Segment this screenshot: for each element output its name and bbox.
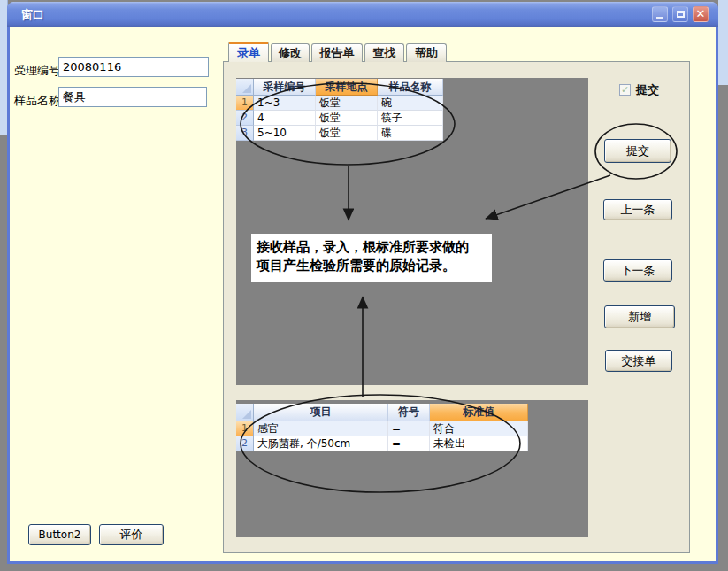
cell[interactable]: 筷子 [378, 111, 443, 126]
minimize-icon [656, 17, 663, 19]
column-header-standard-value[interactable]: 标准值 [430, 404, 528, 421]
row-number[interactable]: 1 [236, 96, 254, 111]
minimize-button[interactable] [652, 6, 668, 22]
table-row[interactable]: 1 感官 = 符合 [236, 421, 528, 436]
tab-help[interactable]: 帮助 [406, 43, 447, 62]
column-header-sampling-location[interactable]: 采样地点 [316, 79, 378, 96]
acceptance-number-input[interactable] [58, 57, 209, 77]
select-all-icon [242, 84, 251, 93]
cell[interactable]: 碟 [378, 126, 443, 141]
tab-record-entry[interactable]: 录单 [228, 42, 269, 62]
table-row[interactable]: 1 1~3 饭堂 碗 [236, 96, 443, 111]
close-icon: ✕ [696, 7, 706, 21]
table-row[interactable]: 2 4 饭堂 筷子 [236, 111, 443, 126]
annotation-note: 接收样品，录入，根标准所要求做的 项目产生检验所需要的原始记录。 [251, 234, 492, 282]
table-row[interactable]: 3 5~10 饭堂 碟 [236, 126, 443, 141]
cell[interactable]: 感官 [254, 421, 388, 436]
cell[interactable]: 未检出 [430, 436, 528, 451]
cell[interactable]: 4 [254, 111, 316, 126]
maximize-icon [677, 11, 685, 18]
item-table: 项目 符号 标准值 1 感官 = 符合 2 大肠菌群, 个/50cm = 未检出 [236, 404, 528, 451]
background-window-right [718, 0, 728, 85]
column-header-sample-name[interactable]: 样品名称 [378, 79, 443, 96]
tab-report[interactable]: 报告单 [311, 43, 363, 62]
select-all-icon [242, 410, 251, 419]
column-header-item[interactable]: 项目 [254, 404, 388, 421]
sample-table: 采样编号 采样地点 样品名称 1 1~3 饭堂 碗 2 4 饭堂 筷子 3 5~… [236, 79, 443, 141]
submit-button[interactable]: 提交 [604, 139, 671, 163]
next-record-button[interactable]: 下一条 [603, 259, 672, 282]
acceptance-number-label: 受理编号 [14, 63, 60, 79]
table-row[interactable]: 2 大肠菌群, 个/50cm = 未检出 [236, 436, 528, 451]
select-all-cell[interactable] [236, 404, 254, 421]
cell[interactable]: 碗 [378, 96, 443, 111]
cell[interactable]: = [388, 436, 430, 451]
cell[interactable]: 饭堂 [316, 96, 378, 111]
sample-name-label: 样品名称 [14, 93, 60, 109]
cell[interactable]: 1~3 [254, 96, 316, 111]
evaluate-button[interactable]: 评价 [99, 524, 164, 545]
button2-button[interactable]: Button2 [28, 524, 91, 545]
row-number[interactable]: 2 [236, 436, 254, 451]
close-button[interactable]: ✕ [693, 6, 709, 22]
previous-record-button[interactable]: 上一条 [603, 199, 672, 220]
column-header-sampling-no[interactable]: 采样编号 [254, 79, 316, 96]
row-number[interactable]: 1 [236, 421, 254, 436]
select-all-cell[interactable] [236, 79, 254, 96]
cell[interactable]: 大肠菌群, 个/50cm [254, 436, 388, 451]
submit-checkbox-label: 提交 [636, 82, 659, 98]
check-icon: ✓ [621, 85, 629, 95]
cell[interactable]: 5~10 [254, 126, 316, 141]
note-line-1: 接收样品，录入，根标准所要求做的 [257, 238, 487, 257]
submit-checkbox[interactable]: ✓ [619, 84, 631, 96]
cell[interactable]: = [388, 421, 430, 436]
titlebar [7, 2, 718, 27]
row-number[interactable]: 2 [236, 111, 254, 126]
cell[interactable]: 饭堂 [316, 126, 378, 141]
cell[interactable]: 符合 [430, 421, 528, 436]
column-header-symbol[interactable]: 符号 [388, 404, 430, 421]
handover-form-button[interactable]: 交接单 [605, 350, 672, 372]
tab-search[interactable]: 查找 [364, 43, 404, 62]
row-number[interactable]: 3 [236, 126, 254, 141]
window-title: 窗口 [21, 7, 44, 23]
cell[interactable]: 饭堂 [316, 111, 378, 126]
note-line-2: 项目产生检验所需要的原始记录。 [257, 257, 487, 275]
maximize-button[interactable] [672, 6, 688, 22]
sample-name-input[interactable] [58, 87, 207, 107]
tab-modify[interactable]: 修改 [271, 43, 310, 62]
add-new-button[interactable]: 新增 [604, 305, 675, 328]
desktop: 窗口 ✕ 受理编号 样品名称 Button2 评价 录单 修改 报告单 查找 帮… [0, 0, 728, 571]
